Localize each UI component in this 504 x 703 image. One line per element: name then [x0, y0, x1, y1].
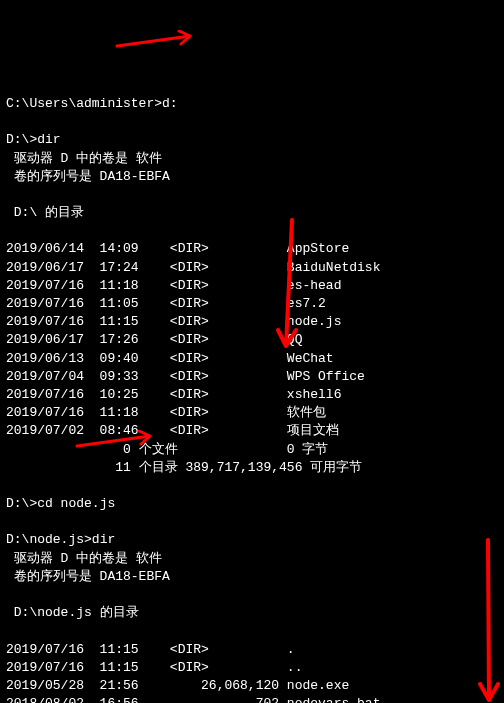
dir-row: 2019/07/16 11:18 <DIR> es-head: [6, 278, 341, 293]
serial-info: 卷的序列号是 DA18-EBFA: [6, 569, 170, 584]
dir-header: D:\ 的目录: [6, 205, 84, 220]
volume-info: 驱动器 D 中的卷是 软件: [6, 551, 162, 566]
summary-files: 0 个文件 0 字节: [6, 442, 328, 457]
volume-info: 驱动器 D 中的卷是 软件: [6, 151, 162, 166]
summary-dirs: 11 个目录 389,717,139,456 可用字节: [6, 460, 362, 475]
dir-row: 2019/06/14 14:09 <DIR> AppStore: [6, 241, 349, 256]
dir-row: 2019/07/16 10:25 <DIR> xshell6: [6, 387, 341, 402]
dir-row: 2019/07/16 11:15 <DIR> node.js: [6, 314, 341, 329]
dir-row: 2019/07/04 09:33 <DIR> WPS Office: [6, 369, 365, 384]
serial-info: 卷的序列号是 DA18-EBFA: [6, 169, 170, 184]
dir-row: 2019/07/16 11:05 <DIR> es7.2: [6, 296, 326, 311]
command-text: dir: [92, 532, 115, 547]
dir-row: 2019/07/16 11:15 <DIR> .: [6, 642, 295, 657]
annotation-arrow-right-icon: [115, 12, 205, 70]
command-text: dir: [37, 132, 60, 147]
terminal-output: C:\Users\administer>d: D:\>dir 驱动器 D 中的卷…: [6, 77, 498, 703]
prompt-text: D:\>: [6, 496, 37, 511]
dir-row: 2019/06/17 17:26 <DIR> QQ: [6, 332, 302, 347]
command-text: d:: [162, 96, 178, 111]
dir-row: 2019/06/17 17:24 <DIR> BaiduNetdisk: [6, 260, 380, 275]
dir-row: 2019/07/16 11:18 <DIR> 软件包: [6, 405, 326, 420]
dir-row: 2019/07/02 08:46 <DIR> 项目文档: [6, 423, 339, 438]
prompt-text: D:\node.js>: [6, 532, 92, 547]
dir-row: 2018/08/02 16:56 702 nodevars.bat: [6, 696, 380, 703]
dir-row: 2019/06/13 09:40 <DIR> WeChat: [6, 351, 334, 366]
dir-row: 2019/07/16 11:15 <DIR> ..: [6, 660, 302, 675]
prompt-text: C:\Users\administer>: [6, 96, 162, 111]
dir-header: D:\node.js 的目录: [6, 605, 139, 620]
prompt-text: D:\>: [6, 132, 37, 147]
command-text: cd node.js: [37, 496, 115, 511]
dir-row: 2019/05/28 21:56 26,068,120 node.exe: [6, 678, 349, 693]
